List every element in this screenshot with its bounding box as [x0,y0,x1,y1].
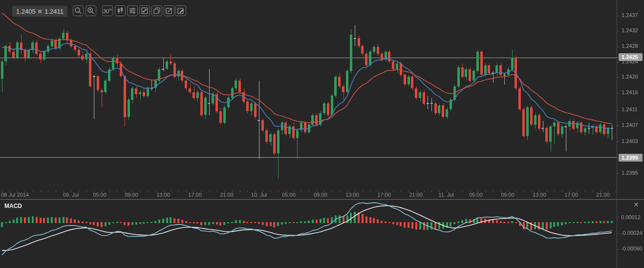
time-axis-tick [79,190,79,192]
time-axis-label: 05:00 [282,192,296,198]
compare-layers-button[interactable] [151,5,162,16]
time-axis-tick [355,190,355,192]
panel-separator [0,199,644,200]
time-axis-tick [616,190,616,192]
time-axis-label: 17:00 [377,192,391,198]
time-axis-tick [363,190,363,192]
expand-icon [141,7,149,15]
time-axis-tick [270,190,271,192]
time-axis-tick [516,190,516,192]
zoom-in-button[interactable] [86,5,96,16]
time-axis-tick [332,190,332,192]
macd-chart-canvas[interactable] [0,200,617,268]
price-axis-tick [617,62,619,62]
time-axis-label: 21:00 [220,192,234,198]
time-axis-label: 10. Jul [251,192,267,198]
time-axis-tick [608,190,608,192]
zoom-out-button[interactable] [73,5,84,16]
price-axis-tick [617,173,619,174]
price-axis-label: 1.2432 [622,27,638,33]
time-axis-tick [531,190,532,192]
time-axis-tick [585,190,585,192]
price-axis-tick [617,31,619,31]
time-axis-tick [2,190,2,192]
price-axis[interactable]: 1.24371.24321.24281.24251.24241.24201.24… [617,0,644,268]
time-axis-tick [94,190,94,192]
time-axis-tick [578,190,578,192]
price-axis-tick [617,46,619,47]
ask-price: 1.2411 [44,8,64,15]
time-axis-tick [462,190,463,192]
chart-type-button[interactable] [115,5,126,16]
spread-square-icon [38,10,42,13]
time-axis-tick [554,190,555,192]
time-axis-tick [64,190,64,192]
time-axis-tick [178,190,179,192]
time-axis-tick [41,190,41,192]
time-axis-tick [56,190,56,192]
time-axis-tick [240,190,240,192]
time-axis-label: 17:00 [188,192,202,198]
expand-button[interactable] [139,5,150,16]
time-axis-label: 13:00 [345,192,359,198]
time-axis-tick [324,190,324,192]
edit-pencil-icon [165,7,173,15]
price-axis-label: 1.2407 [622,122,638,128]
timeframe-button[interactable]: 30m [102,5,113,16]
time-axis-tick [547,190,547,192]
time-axis-tick [102,190,102,192]
trading-chart-window: 1.2405 1.2411 30m [0,0,644,268]
time-axis-label: 13:00 [533,192,546,198]
time-axis-tick [309,190,309,192]
macd-axis-tick [617,249,619,249]
time-axis-tick [524,190,524,192]
time-axis-tick [148,190,148,192]
time-axis-tick [508,190,509,192]
time-axis-tick [294,190,294,192]
time-axis-tick [186,190,187,192]
macd-close-icon[interactable]: ✕ [633,201,639,208]
time-axis-tick [224,190,225,192]
time-axis-label: 11. Jul [438,192,454,198]
time-axis-tick [493,190,494,192]
time-axis-tick [17,190,18,192]
sliders-icon [129,7,136,15]
time-axis-tick [209,190,210,192]
time-axis-label: 13:00 [156,192,170,198]
magnifier-dot-icon [87,7,95,15]
time-axis-tick [317,190,317,192]
time-axis-tick [454,190,455,192]
time-axis-tick [140,190,141,192]
price-axis-label: 1.2420 [622,74,638,80]
chart-toolbar: 1.2405 1.2411 30m [0,0,644,22]
time-axis-tick [286,190,286,192]
timeframe-label: 30m [103,8,112,14]
bid-ask-spread-box[interactable]: 1.2405 1.2411 [12,6,67,17]
time-axis[interactable]: 08 Jul 201409. Jul05:0009:0013:0017:0021… [0,190,617,199]
time-axis-tick [301,190,301,192]
time-axis-tick [431,190,432,192]
time-axis-tick [378,190,378,192]
price-axis-tick [617,158,619,158]
draw-tool-button[interactable] [175,5,186,16]
price-chart-canvas[interactable] [0,0,617,190]
time-axis-label: 09:00 [125,192,138,198]
time-axis-tick [477,190,478,192]
time-axis-tick [25,190,25,192]
time-axis-tick [601,190,601,192]
time-axis-tick [393,190,394,192]
price-axis-label: 1.2395 [622,170,638,176]
time-axis-label: 09:00 [314,192,327,198]
edit-annotations-button[interactable] [164,5,174,16]
indicators-button[interactable] [127,5,138,16]
time-axis-tick [370,190,371,192]
magnifier-icon [74,7,82,15]
time-axis-tick [125,190,125,192]
time-axis-label: 17:00 [564,192,578,198]
time-axis-tick [593,190,593,192]
candlestick-icon [116,7,124,15]
time-axis-label: 08 Jul 2014 [1,192,29,198]
time-axis-tick [278,190,279,192]
time-axis-tick [539,190,539,192]
time-axis-tick [485,190,486,192]
